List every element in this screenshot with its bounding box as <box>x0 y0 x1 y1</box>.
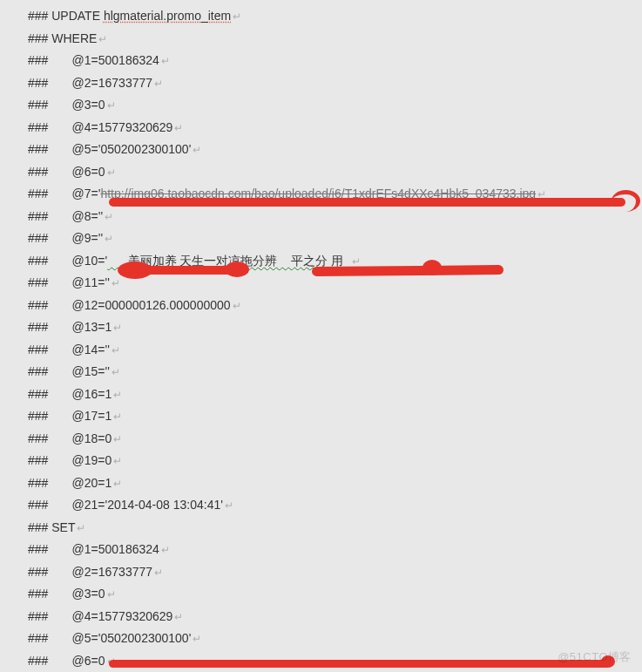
redaction-mark <box>612 190 640 212</box>
line-s4: ### @4=15779320629↵ <box>28 606 642 628</box>
line-set: ### SET↵ <box>28 517 642 540</box>
watermark: @51CTO博客 <box>558 649 632 665</box>
line-p18: ### @18=0↵ <box>28 428 642 451</box>
line-s2: ### @2=16733777↵ <box>28 561 642 584</box>
line-p15: ### @15=''↵ <box>28 361 642 384</box>
line-p17: ### @17=1↵ <box>28 405 642 428</box>
redaction-mark <box>225 261 249 277</box>
line-p1: ### @1=500186324↵ <box>28 50 642 72</box>
return-glyph: ↵ <box>233 10 241 23</box>
line-p21: ### @21='2014-04-08 13:04:41'↵ <box>28 494 642 517</box>
line-p5: ### @5='0502002300100'↵ <box>28 139 642 161</box>
line-p13: ### @13=1↵ <box>28 316 642 339</box>
line-update: ### UPDATE hlgmaterial.promo_item↵ <box>28 5 642 28</box>
line-s3: ### @3=0↵ <box>28 583 642 606</box>
line-p9: ### @9=''↵ <box>28 227 642 250</box>
line-where: ### WHERE↵ <box>28 28 642 51</box>
line-p2: ### @2=16733777↵ <box>28 72 642 95</box>
line-p3: ### @3=0↵ <box>28 94 642 117</box>
redaction-mark <box>312 265 503 276</box>
line-p12: ### @12=000000126.000000000↵ <box>28 295 642 317</box>
line-s1: ### @1=500186324↵ <box>28 539 642 561</box>
redaction-mark <box>109 198 625 207</box>
line-p8: ### @8=''↵ <box>28 206 642 228</box>
line-p20: ### @20=1↵ <box>28 472 642 495</box>
line-p6: ### @6=0↵ <box>28 161 642 184</box>
line-p14: ### @14=''↵ <box>28 339 642 362</box>
line-p16: ### @16=1↵ <box>28 384 642 406</box>
redaction-mark <box>146 266 233 275</box>
code-block: ### UPDATE hlgmaterial.promo_item↵ ### W… <box>0 0 642 672</box>
line-s5: ### @5='0502002300100'↵ <box>28 628 642 650</box>
line-p19: ### @19=0↵ <box>28 450 642 472</box>
redaction-mark <box>422 260 442 275</box>
line-p4: ### @4=15779320629↵ <box>28 117 642 139</box>
redaction-mark <box>109 660 610 668</box>
